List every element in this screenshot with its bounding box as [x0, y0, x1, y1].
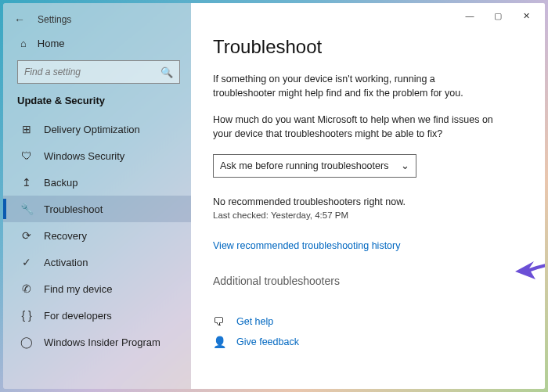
sidebar-item-find-my-device[interactable]: ✆ Find my device [3, 275, 191, 302]
sidebar-nav: ⊞ Delivery Optimization 🛡 Windows Securi… [3, 116, 191, 355]
get-help-link[interactable]: Get help [236, 316, 273, 327]
arrow-left-icon: ← [14, 13, 25, 26]
sidebar-item-label: Windows Security [44, 150, 124, 162]
minimize-button[interactable]: — [456, 6, 484, 25]
sidebar-item-label: Recovery [44, 230, 87, 242]
developers-icon: { } [20, 309, 33, 322]
search-icon: 🔍 [160, 67, 173, 78]
give-feedback-row: 👤 Give feedback [213, 336, 523, 348]
delivery-icon: ⊞ [20, 123, 33, 135]
search-box[interactable]: 🔍 [17, 60, 180, 84]
chevron-down-icon: ⌄ [401, 160, 409, 171]
minimize-icon: — [466, 11, 474, 20]
sidebar-item-windows-security[interactable]: 🛡 Windows Security [3, 142, 191, 169]
titlebar-left: ← Settings [3, 8, 191, 31]
sidebar-item-label: Activation [44, 257, 88, 268]
status-last-checked: Last checked: Yesterday, 4:57 PM [213, 210, 523, 220]
home-icon: ⌂ [20, 38, 27, 49]
sidebar-home[interactable]: ⌂ Home [3, 31, 191, 56]
search-input[interactable] [24, 67, 160, 77]
sidebar-item-label: Delivery Optimization [44, 124, 140, 135]
wrench-icon: 🔧 [20, 203, 33, 215]
sidebar-item-label: Windows Insider Program [44, 336, 160, 348]
status-no-troubleshooters: No recommended troubleshooters right now… [213, 196, 523, 207]
get-help-icon: 🗨 [213, 315, 225, 328]
dropdown-value: Ask me before running troubleshooters [220, 160, 388, 171]
maximize-icon: ▢ [494, 11, 502, 21]
sidebar-item-troubleshoot[interactable]: 🔧 Troubleshoot [3, 196, 191, 222]
question-text: How much do you want Microsoft to help w… [213, 113, 495, 141]
troubleshoot-preference-dropdown[interactable]: Ask me before running troubleshooters ⌄ [213, 154, 416, 178]
maximize-button[interactable]: ▢ [484, 6, 512, 25]
sidebar-item-label: For developers [44, 310, 112, 322]
feedback-icon: 👤 [213, 336, 225, 348]
find-device-icon: ✆ [20, 282, 33, 295]
home-label: Home [38, 38, 65, 49]
history-link[interactable]: View recommended troubleshooting history [213, 240, 523, 251]
sidebar-item-recovery[interactable]: ⟳ Recovery [3, 222, 191, 249]
content-pane: — ▢ ✕ Troubleshoot If something on your … [191, 3, 545, 389]
give-feedback-link[interactable]: Give feedback [236, 336, 299, 347]
sidebar-item-backup[interactable]: ↥ Backup [3, 169, 191, 196]
additional-troubleshooters-heading[interactable]: Additional troubleshooters [213, 275, 523, 287]
backup-icon: ↥ [20, 176, 33, 189]
sidebar: ← Settings ⌂ Home 🔍 Update & Security ⊞ … [3, 3, 191, 389]
intro-text: If something on your device isn't workin… [213, 72, 495, 100]
window-controls: — ▢ ✕ [456, 6, 540, 25]
close-button[interactable]: ✕ [512, 6, 540, 25]
sidebar-item-for-developers[interactable]: { } For developers [3, 302, 191, 329]
help-links: 🗨 Get help 👤 Give feedback [213, 315, 523, 348]
settings-window: ← Settings ⌂ Home 🔍 Update & Security ⊞ … [3, 3, 545, 389]
shield-icon: 🛡 [20, 149, 33, 162]
close-icon: ✕ [523, 11, 530, 21]
sidebar-item-delivery-optimization[interactable]: ⊞ Delivery Optimization [3, 116, 191, 142]
page-title: Troubleshoot [213, 36, 523, 58]
get-help-row: 🗨 Get help [213, 315, 523, 328]
sidebar-section-heading: Update & Security [3, 92, 191, 116]
recovery-icon: ⟳ [20, 229, 33, 242]
sidebar-item-label: Troubleshoot [44, 203, 103, 215]
insider-icon: ◯ [20, 336, 33, 348]
window-title: Settings [38, 14, 71, 25]
search-wrap: 🔍 [3, 56, 191, 92]
sidebar-item-label: Backup [44, 177, 78, 189]
sidebar-item-insider-program[interactable]: ◯ Windows Insider Program [3, 329, 191, 355]
activation-icon: ✓ [20, 256, 33, 268]
sidebar-item-label: Find my device [44, 283, 112, 295]
sidebar-item-activation[interactable]: ✓ Activation [3, 249, 191, 275]
back-button[interactable]: ← [9, 9, 30, 30]
